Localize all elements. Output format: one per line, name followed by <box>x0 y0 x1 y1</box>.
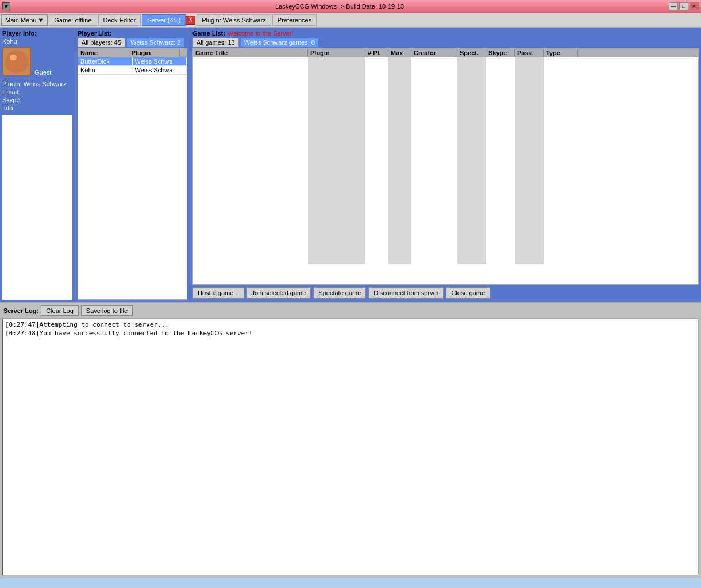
clear-log-button[interactable]: Clear Log <box>41 305 79 316</box>
window-title: LackeyCCG Windows -> Build Date: 10-19-1… <box>10 3 669 10</box>
type-column-header: Type <box>544 49 578 57</box>
list-item[interactable]: Kohu Weiss Schwa <box>78 66 187 75</box>
join-game-button[interactable]: Join selected game <box>246 287 311 299</box>
avatar <box>2 47 31 76</box>
skype-column <box>486 57 515 264</box>
preferences-tab[interactable]: Preferences <box>272 14 317 26</box>
player-filter-tabs: All players: 45 Weiss Schwarz: 2 <box>78 38 187 47</box>
player-skype-label: Skype: <box>2 96 72 103</box>
player-plugin-cell: Weiss Schwa <box>133 66 187 74</box>
plugin-games-tab[interactable]: Weiss Schwarz games: 0 <box>240 38 319 47</box>
minimize-button[interactable]: — <box>669 2 678 10</box>
player-name: Kohu <box>2 38 72 45</box>
game-list-header-row: Game Title Plugin # Pl. Max Creator Spec… <box>193 49 698 57</box>
plugin-players-tab[interactable]: Weiss Schwarz: 2 <box>126 38 184 47</box>
list-item[interactable]: ButterDick Weiss Schwa <box>78 57 187 66</box>
deck-editor-tab[interactable]: Deck Editor <box>98 14 141 26</box>
player-name-cell: Kohu <box>78 66 133 74</box>
app-icon: ■ <box>2 2 10 10</box>
player-info-label: Player Info: <box>2 30 72 37</box>
all-games-tab[interactable]: All games: 13 <box>192 38 239 47</box>
save-log-button[interactable]: Save log to file <box>81 305 133 316</box>
player-plugin-cell: Weiss Schwa <box>133 57 187 65</box>
players-column <box>365 57 388 264</box>
pass-column-header: Pass. <box>515 49 544 57</box>
player-list-panel: Player List: All players: 45 Weiss Schwa… <box>75 28 190 302</box>
statusbar <box>0 578 701 588</box>
creator-column-header: Creator <box>411 49 457 57</box>
server-log-header: Server Log: Clear Log Save log to file <box>0 303 701 319</box>
spectate-game-button[interactable]: Spectate game <box>313 287 366 299</box>
game-list-header: Game List: Welcome to the Server! <box>192 30 699 37</box>
game-list-body <box>193 57 698 264</box>
player-info-panel: Player Info: Kohu Guest Plugin: Weiss Sc… <box>0 28 75 302</box>
player-list-header: Name Plugin <box>78 49 187 57</box>
pass-column <box>515 57 544 264</box>
close-game-button[interactable]: Close game <box>446 287 490 299</box>
game-filter-tabs: All games: 13 Weiss Schwarz games: 0 <box>192 38 699 47</box>
server-log-content: [0:27:47]Attempting to connect to server… <box>2 319 699 575</box>
maximize-button[interactable]: □ <box>679 2 688 10</box>
chat-input-box[interactable] <box>2 115 72 300</box>
bottom-section: Server Log: Clear Log Save log to file [… <box>0 302 701 578</box>
game-title-column <box>193 57 308 264</box>
plugin-column <box>308 57 365 264</box>
creator-column <box>411 57 457 264</box>
game-offline-tab[interactable]: Game: offline <box>49 14 97 26</box>
max-column <box>388 57 411 264</box>
titlebar: ■ LackeyCCG Windows -> Build Date: 10-19… <box>0 0 701 13</box>
players-column-header: # Pl. <box>365 49 388 57</box>
type-column <box>544 57 698 264</box>
host-game-button[interactable]: Host a game... <box>192 287 244 299</box>
player-name-column-header: Name <box>78 49 129 57</box>
player-email-label: Email: <box>2 88 72 95</box>
server-close-button[interactable]: X <box>186 16 195 25</box>
spect-column-header: Spect. <box>457 49 486 57</box>
main-menu-button[interactable]: Main Menu ▼ <box>1 14 48 26</box>
menubar: Main Menu ▼ Game: offline Deck Editor Se… <box>0 13 701 28</box>
server-tab[interactable]: Server (45;) <box>142 14 186 26</box>
disconnect-button[interactable]: Disconnect from server <box>368 287 444 299</box>
player-plugin-label: Plugin: Weiss Schwarz <box>2 80 72 87</box>
skype-column-header: Skype <box>486 49 515 57</box>
game-list-table[interactable]: Game Title Plugin # Pl. Max Creator Spec… <box>192 48 699 285</box>
max-column-header: Max <box>388 49 411 57</box>
player-list-label: Player List: <box>78 30 187 37</box>
player-plugin-column-header: Plugin <box>129 49 180 57</box>
spect-column <box>457 57 486 264</box>
game-list-panel: Game List: Welcome to the Server! All ga… <box>190 28 701 302</box>
game-list-label: Game List: <box>192 30 225 37</box>
plugin-column-header: Plugin <box>308 49 365 57</box>
titlebar-controls: — □ ✕ <box>669 2 699 10</box>
main-content: Player Info: Kohu Guest Plugin: Weiss Sc… <box>0 28 701 588</box>
log-entry: [0:27:48]You have successfully connected… <box>5 329 696 338</box>
avatar-image <box>5 50 28 73</box>
plugin-tab[interactable]: Plugin: Weiss Schwarz <box>197 14 271 26</box>
player-info-field-label: Info: <box>2 105 72 111</box>
game-list-welcome: Welcome to the Server! <box>228 30 294 37</box>
guest-label: Guest <box>34 69 51 76</box>
game-actions: Host a game... Join selected game Specta… <box>192 285 699 300</box>
player-list-table[interactable]: Name Plugin ButterDick Weiss Schwa Kohu … <box>78 48 187 300</box>
log-entry: [0:27:47]Attempting to connect to server… <box>5 320 696 329</box>
game-title-column-header: Game Title <box>193 49 308 57</box>
close-button[interactable]: ✕ <box>690 2 699 10</box>
player-name-cell: ButterDick <box>78 57 133 65</box>
all-players-tab[interactable]: All players: 45 <box>78 38 125 47</box>
server-panel: Player Info: Kohu Guest Plugin: Weiss Sc… <box>0 28 701 302</box>
server-log-label: Server Log: <box>3 307 38 314</box>
